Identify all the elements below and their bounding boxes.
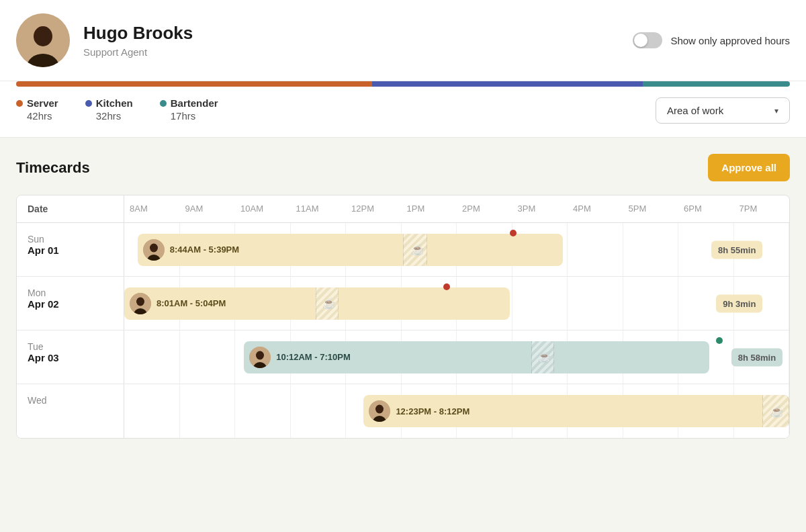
shift-duration-apr01: 8h 55min xyxy=(711,240,762,259)
time-header-1pm: 1PM xyxy=(402,195,457,222)
kitchen-hours: 32hrs xyxy=(85,110,133,122)
kitchen-bar xyxy=(372,81,643,87)
calendar-grid: Date 8AM 9AM 10AM 11AM 12PM 1PM 2PM 3PM … xyxy=(16,195,790,439)
grid-line xyxy=(235,384,291,438)
server-hours: 42hrs xyxy=(16,110,58,122)
timeline-apr03[interactable]: 10:12AM - 7:10PM ☕ 8h 58min xyxy=(124,330,789,384)
date-label: Apr 03 xyxy=(28,352,113,363)
grid-line xyxy=(568,223,623,276)
shift-bar-wed[interactable]: 12:23PM - 8:12PM ☕ xyxy=(363,395,789,427)
shift-avatar xyxy=(143,239,165,261)
time-header-2pm: 2PM xyxy=(457,195,512,222)
area-dropdown-button[interactable]: Area of work ▾ xyxy=(656,97,790,124)
break-icon: ☕ xyxy=(411,243,424,256)
timecards-section: Timecards Approve all Date 8AM 9AM 10AM … xyxy=(0,138,806,455)
server-dot xyxy=(16,100,23,107)
date-label: Apr 01 xyxy=(28,245,113,256)
approved-hours-label: Show only approved hours xyxy=(670,35,790,46)
grid-header-row: Date 8AM 9AM 10AM 11AM 12PM 1PM 2PM 3PM … xyxy=(17,195,789,223)
time-header-8am: 8AM xyxy=(124,195,180,222)
time-header-12pm: 12PM xyxy=(346,195,402,222)
day-label: Sun xyxy=(28,234,113,245)
time-header-9am: 9AM xyxy=(180,195,236,222)
shift-bar-apr03[interactable]: 10:12AM - 7:10PM ☕ xyxy=(244,341,709,373)
timecards-header: Timecards Approve all xyxy=(16,154,790,181)
page-header: Hugo Brooks Support Agent Show only appr… xyxy=(0,0,806,81)
time-header-3pm: 3PM xyxy=(512,195,568,222)
end-dot xyxy=(716,337,723,344)
server-bar xyxy=(16,81,372,87)
grid-line xyxy=(623,277,679,330)
legend-server: Server 42hrs xyxy=(16,97,58,122)
date-label: Apr 02 xyxy=(28,298,113,310)
chevron-down-icon: ▾ xyxy=(774,106,778,116)
area-dropdown-label: Area of work xyxy=(667,105,723,116)
date-cell-apr02: Mon Apr 02 xyxy=(17,277,124,330)
svg-point-4 xyxy=(150,243,158,252)
user-details: Hugo Brooks Support Agent xyxy=(83,23,193,58)
table-row: Sun Apr 01 xyxy=(17,223,789,277)
day-label: Wed xyxy=(28,395,113,406)
hours-summary-section: Server 42hrs Kitchen 32hrs Bartender 17h… xyxy=(0,81,806,138)
date-cell-wed: Wed xyxy=(17,384,124,438)
avatar xyxy=(16,13,70,67)
shift-bar-apr02[interactable]: 8:01AM - 5:04PM ☕ xyxy=(124,287,510,320)
grid-line xyxy=(291,384,347,438)
approved-hours-toggle[interactable] xyxy=(633,32,662,48)
legend-bartender-header: Bartender xyxy=(160,97,218,109)
time-header-4pm: 4PM xyxy=(568,195,623,222)
date-column-header: Date xyxy=(17,195,124,222)
grid-line xyxy=(568,277,623,330)
user-info-section: Hugo Brooks Support Agent xyxy=(16,13,193,67)
legend-server-header: Server xyxy=(16,97,58,109)
approve-all-button[interactable]: Approve all xyxy=(708,154,790,181)
shift-avatar xyxy=(369,400,390,422)
table-row: Wed xyxy=(17,384,789,438)
bartender-dot xyxy=(160,100,167,107)
shift-time-apr03: 10:12AM - 7:10PM xyxy=(276,352,351,362)
break-icon: ☕ xyxy=(538,351,551,363)
legend-kitchen-header: Kitchen xyxy=(85,97,133,109)
time-header-5pm: 5PM xyxy=(623,195,679,222)
bartender-bar xyxy=(643,81,790,87)
hours-progress-bar xyxy=(16,81,790,87)
timeline-apr02[interactable]: 8:01AM - 5:04PM ☕ 9h 3min xyxy=(124,277,789,330)
timeline-apr01[interactable]: 8:44AM - 5:39PM ☕ 8h 55min xyxy=(124,223,789,276)
grid-line xyxy=(512,277,568,330)
area-of-work-dropdown[interactable]: Area of work ▾ xyxy=(656,97,790,124)
shift-duration-apr02: 9h 3min xyxy=(716,294,762,312)
shift-avatar xyxy=(249,347,271,368)
svg-point-13 xyxy=(375,405,384,414)
shift-time-wed: 12:23PM - 8:12PM xyxy=(396,406,469,416)
break-icon: ☕ xyxy=(322,297,336,310)
time-header-11am: 11AM xyxy=(291,195,347,222)
day-label: Tue xyxy=(28,341,113,352)
bartender-hours: 17hrs xyxy=(160,110,218,122)
grid-line xyxy=(124,384,180,438)
shift-time-apr02: 8:01AM - 5:04PM xyxy=(156,298,226,308)
hours-legend: Server 42hrs Kitchen 32hrs Bartender 17h… xyxy=(16,97,790,124)
header-controls: Show only approved hours xyxy=(633,32,790,48)
shift-duration-apr03: 8h 58min xyxy=(731,348,782,366)
time-header-6pm: 6PM xyxy=(678,195,734,222)
grid-line xyxy=(180,384,236,438)
user-role: Support Agent xyxy=(83,46,193,58)
kitchen-dot xyxy=(85,100,92,107)
timecards-title: Timecards xyxy=(16,159,90,177)
shift-time-apr01: 8:44AM - 5:39PM xyxy=(170,245,239,255)
toggle-knob xyxy=(634,34,647,47)
user-name: Hugo Brooks xyxy=(83,23,193,44)
svg-point-1 xyxy=(34,26,52,46)
time-header-7pm: 7PM xyxy=(734,195,790,222)
legend-kitchen: Kitchen 32hrs xyxy=(85,97,133,122)
svg-point-7 xyxy=(136,297,144,306)
date-cell-apr03: Tue Apr 03 xyxy=(17,330,124,384)
server-label: Server xyxy=(27,97,58,109)
time-header-10am: 10AM xyxy=(235,195,291,222)
shift-avatar xyxy=(130,293,151,314)
svg-point-10 xyxy=(256,351,264,359)
shift-bar-apr01[interactable]: 8:44AM - 5:39PM ☕ xyxy=(138,234,564,266)
grid-line xyxy=(623,223,679,276)
timeline-wed[interactable]: 12:23PM - 8:12PM ☕ xyxy=(124,384,789,438)
table-row: Tue Apr 03 xyxy=(17,330,789,384)
